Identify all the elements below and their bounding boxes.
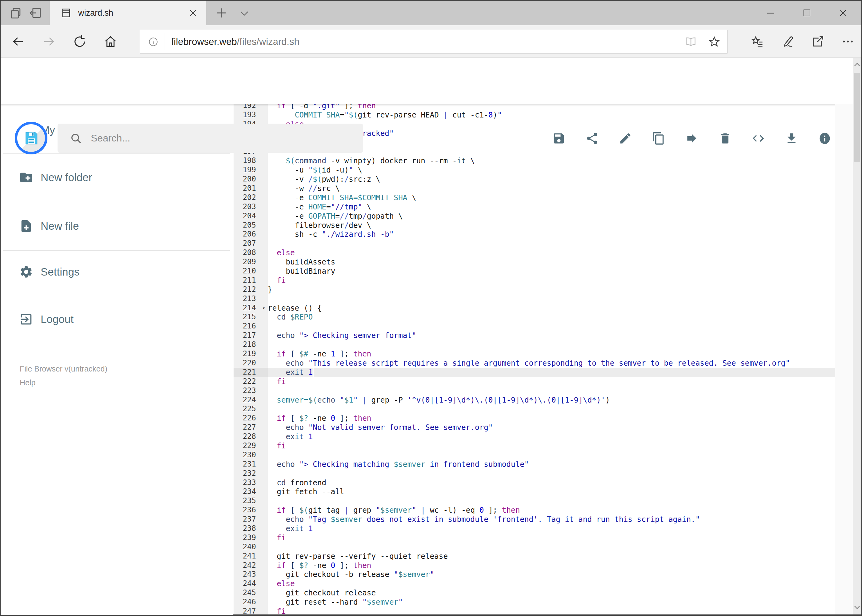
code-line[interactable]: 220 echo "This release script requires a… (233, 358, 861, 368)
code-line[interactable]: 193 COMMIT_SHA="$(git rev-parse HEAD | c… (233, 110, 861, 119)
sidebar-item-new-folder[interactable]: New folder (1, 168, 233, 187)
refresh-icon[interactable] (72, 35, 87, 49)
indent-guide (277, 212, 277, 221)
filebrowser-logo[interactable] (15, 122, 47, 154)
browser-tab[interactable]: wizard.sh (50, 1, 206, 25)
tab-preview-icon[interactable] (29, 6, 43, 20)
code-line[interactable]: 205 filebrowser/dev \ (233, 221, 861, 230)
code-line[interactable]: 200 -v /$(pwd):/src:z \ (233, 175, 861, 184)
sidebar-item-logout[interactable]: Logout (1, 310, 233, 328)
tab-list-chevron-icon[interactable] (238, 7, 251, 19)
code-line[interactable]: 231 echo "> Checking matching $semver in… (233, 460, 861, 469)
code-line[interactable]: 235 (233, 497, 861, 506)
code-line[interactable]: 237 echo "Tag $semver does not exist in … (233, 515, 861, 524)
edit-button[interactable] (619, 132, 632, 145)
scroll-down-icon[interactable] (853, 600, 861, 614)
code-editor[interactable]: 192 if [ -d ".git" ]; then193 COMMIT_SHA… (233, 104, 861, 614)
code-line[interactable]: 243 git checkout -b release "$semver" (233, 570, 861, 579)
code-line[interactable]: 198 $(command -v winpty) docker run --rm… (233, 156, 861, 165)
code-line[interactable]: 234 git fetch --all (233, 487, 861, 497)
code-line[interactable]: 241 git rev-parse --verify --quiet relea… (233, 552, 861, 561)
code-line[interactable]: 207 (233, 239, 861, 248)
tab-title: wizard.sh (78, 8, 188, 18)
code-line[interactable]: 218 (233, 340, 861, 349)
code-line[interactable]: 209 buildAssets (233, 258, 861, 267)
line-number: 203 (233, 202, 268, 212)
indent-guide (277, 432, 277, 441)
code-line[interactable]: 245 git checkout release (233, 588, 861, 597)
save-button[interactable] (552, 132, 566, 145)
source-code-button[interactable] (752, 132, 765, 145)
favorites-hub-icon[interactable] (750, 35, 764, 48)
code-line[interactable]: 192 if [ -d ".git" ]; then (233, 104, 861, 110)
code-line[interactable]: 232 (233, 469, 861, 478)
scroll-up-icon[interactable] (853, 58, 861, 72)
share-page-icon[interactable] (811, 35, 824, 48)
help-link[interactable]: Help (20, 376, 107, 390)
code-line[interactable]: 216 (233, 322, 861, 331)
home-icon[interactable] (103, 35, 118, 49)
back-icon[interactable] (11, 35, 25, 49)
copy-button[interactable] (652, 132, 665, 145)
code-line[interactable]: 221 exit 1 (233, 368, 861, 377)
code-line[interactable]: 244 else (233, 579, 861, 588)
code-line[interactable]: 238 exit 1 (233, 524, 861, 533)
code-line[interactable]: 247 fi (233, 607, 861, 614)
code-line[interactable]: 228 exit 1 (233, 432, 861, 441)
code-line[interactable]: 239 fi (233, 533, 861, 542)
delete-button[interactable] (718, 132, 732, 145)
code-line[interactable]: 211 fi (233, 276, 861, 285)
info-button[interactable] (818, 132, 832, 145)
code-line[interactable]: 225 (233, 404, 861, 414)
set-aside-tabs-icon[interactable] (9, 6, 23, 20)
share-button[interactable] (585, 132, 599, 145)
code-line[interactable]: 214▾release () { (233, 303, 861, 313)
more-options-icon[interactable] (841, 35, 855, 48)
sidebar-item-settings[interactable]: Settings (1, 262, 233, 281)
code-line[interactable]: 227 echo "Not valid semver format. See s… (233, 423, 861, 432)
code-line[interactable]: 226 if [ $? -ne 0 ]; then (233, 414, 861, 423)
code-line[interactable]: 215 cd $REPO (233, 313, 861, 322)
code-line[interactable]: 242 if [ $? -ne 0 ]; then (233, 561, 861, 570)
code-line[interactable]: 223 (233, 386, 861, 396)
code-line[interactable]: 240 (233, 542, 861, 552)
code-line[interactable]: 201 -w //src \ (233, 184, 861, 193)
sidebar: My files New folder New file Settings (1, 104, 233, 615)
code-line[interactable]: 213 (233, 294, 861, 303)
code-line[interactable]: 212} (233, 285, 861, 294)
new-tab-button[interactable] (214, 6, 229, 20)
maximize-button[interactable] (789, 1, 825, 25)
page-info-icon[interactable] (148, 36, 159, 47)
line-number: 220 (233, 358, 268, 368)
close-window-button[interactable] (825, 1, 861, 25)
line-number: 206 (233, 230, 268, 239)
page-scrollbar[interactable] (853, 58, 861, 614)
code-line[interactable]: 229 fi (233, 441, 861, 451)
sidebar-item-new-file[interactable]: New file (1, 217, 233, 235)
code-line[interactable]: 236 if [ $(git tag | grep "$semver" | wc… (233, 506, 861, 515)
search-input[interactable]: Search... (58, 124, 363, 153)
code-line[interactable]: 199 -u "$(id -u)" \ (233, 165, 861, 175)
code-line[interactable]: 246 git reset --hard "$semver" (233, 597, 861, 607)
code-line[interactable]: 203 -e HOME="//tmp" \ (233, 202, 861, 212)
fold-toggle-icon[interactable]: ▾ (262, 303, 265, 313)
code-line[interactable]: 202 -e COMMIT_SHA=$COMMIT_SHA \ (233, 193, 861, 202)
minimize-button[interactable] (752, 1, 789, 25)
tab-close-icon[interactable] (188, 8, 198, 17)
code-line[interactable]: 206 sh -c "./wizard.sh -b" (233, 230, 861, 239)
code-line[interactable]: 204 -e GOPATH=//tmp/gopath \ (233, 212, 861, 221)
scrollbar-thumb[interactable] (854, 73, 860, 162)
code-line[interactable]: 208 else (233, 248, 861, 258)
code-line[interactable]: 217 echo "> Checking semver format" (233, 331, 861, 340)
web-note-pen-icon[interactable] (781, 35, 794, 48)
code-line[interactable]: 233 cd frontend (233, 478, 861, 487)
code-line[interactable]: 210 buildBinary (233, 267, 861, 276)
download-button[interactable] (785, 132, 798, 145)
code-line[interactable]: 230 (233, 451, 861, 460)
code-line[interactable]: 224 semver=$(echo "$1" | grep -P '^v(0|[… (233, 396, 861, 405)
url-field[interactable]: filebrowser.web/files/wizard.sh (140, 30, 728, 53)
code-line[interactable]: 222 fi (233, 377, 861, 386)
favorite-star-icon[interactable] (708, 36, 720, 48)
code-line[interactable]: 219 if [ $# -ne 1 ]; then (233, 349, 861, 358)
move-button[interactable] (685, 132, 698, 145)
